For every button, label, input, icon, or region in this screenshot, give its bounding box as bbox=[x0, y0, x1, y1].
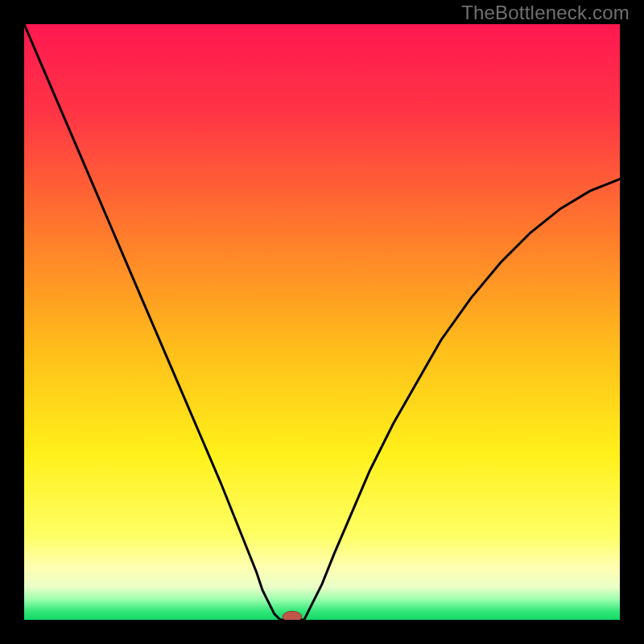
minimum-marker bbox=[283, 611, 302, 620]
watermark-text: TheBottleneck.com bbox=[461, 2, 630, 24]
chart-frame: TheBottleneck.com bbox=[0, 0, 644, 644]
plot-area bbox=[24, 24, 620, 620]
gradient-background bbox=[24, 24, 620, 620]
bottleneck-chart bbox=[24, 24, 620, 620]
